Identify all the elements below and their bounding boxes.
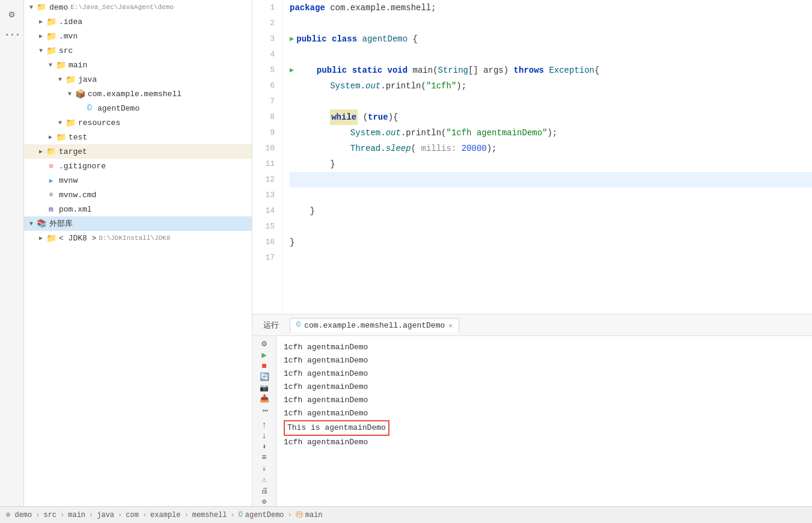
project-tree: ▼ 📁 demo E:\Java_Sec\JavaAgent\demo ▶ 📁 … — [24, 0, 252, 506]
run-console-area: ⚙ ▶ ■ 🔄 📷 📤 ⋯ ↑ ↓ ⬇ — [252, 336, 812, 506]
tree-item-idea[interactable]: ▶ 📁 .idea — [24, 14, 252, 29]
code-line-2 — [290, 16, 812, 31]
root-label: demo — [49, 3, 68, 12]
tree-item-mvnw[interactable]: ▶ ▶ mvnw — [24, 173, 252, 188]
code-line-12 — [290, 172, 812, 188]
folder-icon-target: 📁 — [46, 146, 56, 157]
jdk8-path: D:\JDKInstall\JDK8 — [99, 234, 170, 242]
console-line-8: 1cfh agentmainDemo — [284, 436, 805, 449]
code-line-14: } — [290, 203, 812, 219]
console-line-highlighted: This is agentmainDemo — [284, 420, 389, 436]
gitignore-icon: ⊘ — [46, 161, 56, 171]
code-line-16: } — [290, 234, 812, 250]
folder-icon-test: 📁 — [55, 132, 66, 142]
tree-item-extlibs[interactable]: ▼ 📚 外部库 — [24, 216, 252, 231]
tree-item-resources[interactable]: ▼ 📁 resources — [24, 115, 252, 130]
code-line-9: System.out.println("1cfh agentmainDemo")… — [290, 125, 812, 141]
scroll-end-icon[interactable]: ⬇ — [255, 442, 274, 451]
package-label: com.example.memshell — [88, 90, 182, 99]
close-tab-icon[interactable]: ✕ — [448, 322, 453, 329]
run-tab-label[interactable]: 运行 — [257, 317, 285, 333]
tree-item-target[interactable]: ▶ 📁 target — [24, 144, 252, 159]
status-class-icon: © — [239, 511, 243, 519]
tree-item-mvn[interactable]: ▶ 📁 .mvn — [24, 29, 252, 43]
tree-item-pomxml[interactable]: ▶ m pom.xml — [24, 202, 252, 216]
mvnwcmd-icon: ≡ — [46, 189, 56, 200]
java-label: java — [78, 75, 97, 84]
console-line-6: 1cfh agentmainDemo — [284, 407, 805, 420]
gitignore-label: .gitignore — [59, 162, 106, 171]
status-src[interactable]: src — [43, 511, 56, 519]
code-line-10: Thread.sleep( millis: 20000); — [290, 141, 812, 156]
editor-area: 1234 5678 9101112 13141516 17 package co… — [252, 0, 812, 506]
code-editor[interactable]: 1234 5678 9101112 13141516 17 package co… — [252, 0, 812, 314]
status-example[interactable]: example — [150, 511, 180, 519]
code-line-17 — [290, 250, 812, 266]
main-label: main — [69, 61, 87, 70]
target-label: target — [59, 147, 87, 156]
run-more-icon[interactable]: ⋯ — [255, 405, 274, 417]
gear-icon[interactable]: ⚙ — [2, 5, 22, 24]
status-memshell[interactable]: memshell — [192, 511, 227, 519]
settings2-icon[interactable]: ⚙ — [255, 497, 274, 506]
status-main-method[interactable]: main — [305, 511, 323, 519]
print-icon[interactable]: 🖨 — [255, 486, 274, 495]
sort-icon[interactable]: ≡ — [255, 453, 274, 462]
run-settings-icon[interactable]: ⚙ — [255, 338, 274, 349]
tree-item-test[interactable]: ▶ 📁 test — [24, 130, 252, 144]
scroll-up-icon[interactable]: ↑ — [255, 420, 274, 430]
tree-item-java[interactable]: ▼ 📁 java — [24, 72, 252, 87]
tree-item-mvnwcmd[interactable]: ▶ ≡ mvnw.cmd — [24, 188, 252, 202]
mvnw-icon: ▶ — [46, 175, 56, 186]
extlibs-label: 外部库 — [49, 218, 73, 229]
folder-icon-idea: 📁 — [46, 16, 56, 27]
pomxml-icon: m — [46, 204, 56, 215]
code-line-4 — [290, 47, 812, 63]
console-line-5: 1cfh agentmainDemo — [284, 394, 805, 407]
mvn-label: .mvn — [59, 32, 78, 41]
test-label: test — [69, 133, 87, 142]
status-com[interactable]: com — [126, 511, 139, 519]
folder-icon-resources: 📁 — [65, 117, 76, 128]
code-content[interactable]: package com.example.memshell; ▶ public c… — [282, 0, 812, 314]
run-export-icon[interactable]: 📤 — [255, 394, 274, 403]
run-play-icon[interactable]: ▶ — [255, 350, 274, 360]
folder-icon-jdk8: 📁 — [46, 233, 56, 243]
code-line-3: ▶ public class agentDemo { — [290, 31, 812, 47]
scroll-end2-icon[interactable]: ⇓ — [255, 463, 274, 473]
jdk8-label: < JDK8 > — [59, 234, 96, 243]
folder-icon-src: 📁 — [46, 45, 56, 56]
class-icon-agentdemo: © — [84, 103, 95, 114]
run-camera-icon[interactable]: 📷 — [255, 383, 274, 393]
code-line-7 — [290, 94, 812, 109]
status-java[interactable]: java — [97, 511, 114, 519]
tree-root[interactable]: ▼ 📁 demo E:\Java_Sec\JavaAgent\demo — [24, 0, 252, 14]
root-path: E:\Java_Sec\JavaAgent\demo — [70, 4, 174, 11]
left-toolbar: ⚙ ··· — [0, 0, 24, 506]
tree-item-agentdemo[interactable]: ▶ © agentDemo — [24, 101, 252, 115]
run-file-tab-label: com.example.memshell.agentDemo — [304, 321, 445, 330]
resources-label: resources — [78, 118, 120, 127]
tree-arrow-root: ▼ — [26, 2, 36, 12]
status-agentdemo[interactable]: agentDemo — [245, 511, 284, 519]
folder-icon-java: 📁 — [65, 74, 76, 85]
tab-class-icon: © — [296, 321, 301, 329]
run-stop-icon[interactable]: ■ — [255, 361, 274, 371]
console-line-7: This is agentmainDemo — [287, 423, 386, 432]
src-label: src — [59, 46, 73, 55]
status-demo[interactable]: ⊙ demo — [6, 510, 32, 519]
scroll-down-icon[interactable]: ↓ — [255, 431, 274, 441]
tree-item-src[interactable]: ▼ 📁 src — [24, 43, 252, 58]
tree-item-jdk8[interactable]: ▶ 📁 < JDK8 > D:\JDKInstall\JDK8 — [24, 231, 252, 245]
run-file-tab[interactable]: © com.example.memshell.agentDemo ✕ — [290, 318, 459, 332]
folder-icon-root: 📁 — [36, 2, 47, 13]
tree-item-package[interactable]: ▼ 📦 com.example.memshell — [24, 87, 252, 101]
tree-item-main[interactable]: ▼ 📁 main — [24, 58, 252, 72]
status-main[interactable]: main — [68, 511, 85, 519]
warning-icon[interactable]: ⚠ — [255, 474, 274, 485]
folder-icon-main: 📁 — [55, 60, 66, 70]
tree-item-gitignore[interactable]: ▶ ⊘ .gitignore — [24, 159, 252, 173]
line-numbers: 1234 5678 9101112 13141516 17 — [252, 0, 282, 314]
run-rerun-icon[interactable]: 🔄 — [255, 372, 274, 382]
ellipsis-icon[interactable]: ··· — [2, 25, 22, 44]
